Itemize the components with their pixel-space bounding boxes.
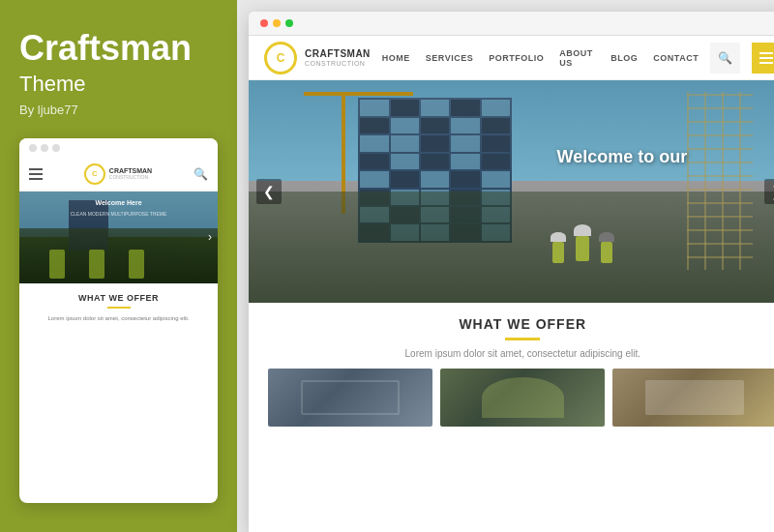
nav-item-contact[interactable]: CONTACT bbox=[653, 53, 699, 63]
nav-item-home[interactable]: HOME bbox=[382, 53, 410, 63]
hamburger-line bbox=[759, 62, 773, 64]
mobile-logo-letter: C bbox=[92, 169, 98, 178]
nav-item-services[interactable]: SERVICES bbox=[426, 53, 473, 63]
mobile-offer-divider bbox=[107, 307, 131, 309]
dot-2 bbox=[41, 144, 48, 152]
interior-icon bbox=[645, 380, 744, 415]
theme-subtitle: Theme bbox=[19, 72, 218, 97]
mobile-logo: C CRAFTSMAN CONSTRUCTION bbox=[84, 163, 152, 185]
desktop-preview: C CRAFTSMAN CONSTRUCTION HOME SERVICES P… bbox=[249, 12, 774, 532]
dot-red bbox=[260, 19, 268, 27]
offer-description: Lorem ipsum dolor sit amet, consectetur … bbox=[268, 348, 774, 359]
desktop-logo-name: CRAFTSMAN bbox=[305, 48, 371, 60]
hero-prev-button[interactable]: ❮ bbox=[256, 179, 282, 204]
mobile-offer-title: WHAT WE OFFER bbox=[29, 293, 208, 303]
desktop-hero: Welcome to our ❮ ❯ bbox=[249, 80, 774, 303]
desktop-search-button[interactable]: 🔍 bbox=[710, 43, 740, 74]
mobile-offer-text: Lorem ipsum dolor sit amet, consectetur … bbox=[29, 314, 208, 322]
offer-title: WHAT WE OFFER bbox=[268, 316, 774, 332]
desktop-logo: C CRAFTSMAN CONSTRUCTION bbox=[264, 42, 371, 74]
offer-image-2 bbox=[440, 369, 605, 427]
mobile-hero: Welcome Here CLEAN MODERN MULTIPURPOSE T… bbox=[19, 192, 218, 283]
hamburger-line bbox=[759, 52, 773, 54]
mobile-titlebar bbox=[19, 138, 218, 158]
dot-3 bbox=[52, 144, 60, 152]
nav-item-blog[interactable]: BLOG bbox=[610, 53, 638, 63]
desktop-logo-circle: C bbox=[264, 42, 297, 74]
desktop-titlebar bbox=[249, 12, 774, 36]
theme-author: By ljube77 bbox=[19, 103, 218, 117]
mobile-offer-section: WHAT WE OFFER Lorem ipsum dolor sit amet… bbox=[19, 283, 218, 332]
mobile-logo-name: CRAFTSMAN bbox=[109, 167, 152, 175]
mobile-nav: C CRAFTSMAN CONSTRUCTION 🔍 bbox=[19, 158, 218, 192]
hamburger-line bbox=[29, 168, 43, 170]
mobile-search-icon[interactable]: 🔍 bbox=[194, 167, 208, 181]
offer-divider bbox=[505, 338, 540, 340]
mobile-logo-circle: C bbox=[84, 163, 105, 185]
worker-icon bbox=[482, 377, 564, 418]
desktop-nav-items: HOME SERVICES PORTFOLIO ABOUT US BLOG CO… bbox=[382, 48, 699, 68]
mobile-hero-subtext: CLEAN MODERN MULTIPURPOSE THEME bbox=[19, 211, 218, 217]
hero-next-button[interactable]: ❯ bbox=[764, 179, 774, 204]
desktop-hamburger-icon bbox=[759, 52, 773, 64]
hamburger-line bbox=[29, 173, 43, 175]
theme-title: Craftsman bbox=[19, 29, 218, 68]
hamburger-line bbox=[29, 178, 43, 180]
desktop-logo-text-group: CRAFTSMAN CONSTRUCTION bbox=[305, 48, 371, 67]
offer-image-1 bbox=[268, 369, 432, 427]
offer-image-3 bbox=[612, 369, 774, 427]
left-panel: Craftsman Theme By ljube77 C CRAFTSMAN C… bbox=[0, 0, 237, 532]
mobile-hero-text: Welcome Here bbox=[19, 199, 218, 206]
dot-yellow bbox=[273, 19, 281, 27]
blueprint-icon bbox=[301, 380, 400, 415]
nav-item-about[interactable]: ABOUT US bbox=[559, 48, 595, 68]
hero-welcome-text: Welcome to our bbox=[557, 147, 688, 167]
mobile-preview-card: C CRAFTSMAN CONSTRUCTION 🔍 We bbox=[19, 138, 218, 503]
mobile-logo-text-group: CRAFTSMAN CONSTRUCTION bbox=[109, 167, 152, 181]
desktop-menu-button[interactable] bbox=[752, 43, 774, 74]
hamburger-line bbox=[759, 57, 773, 59]
right-panel: C CRAFTSMAN CONSTRUCTION HOME SERVICES P… bbox=[237, 0, 774, 532]
mobile-logo-sub: CONSTRUCTION bbox=[109, 174, 152, 180]
desktop-logo-letter: C bbox=[277, 51, 285, 65]
desktop-nav: C CRAFTSMAN CONSTRUCTION HOME SERVICES P… bbox=[249, 36, 774, 80]
mobile-hamburger-icon[interactable] bbox=[29, 168, 43, 180]
chevron-left-icon: ❮ bbox=[263, 184, 275, 199]
mobile-chevron-right-icon[interactable]: › bbox=[208, 230, 212, 244]
offer-section: WHAT WE OFFER Lorem ipsum dolor sit amet… bbox=[249, 303, 774, 436]
hero-overlay bbox=[249, 80, 774, 303]
desktop-logo-sub: CONSTRUCTION bbox=[305, 60, 371, 67]
dot-1 bbox=[29, 144, 37, 152]
offer-images-row bbox=[268, 369, 774, 427]
dot-green bbox=[285, 19, 293, 27]
chevron-right-icon: ❯ bbox=[771, 184, 774, 199]
nav-item-portfolio[interactable]: PORTFOLIO bbox=[489, 53, 544, 63]
